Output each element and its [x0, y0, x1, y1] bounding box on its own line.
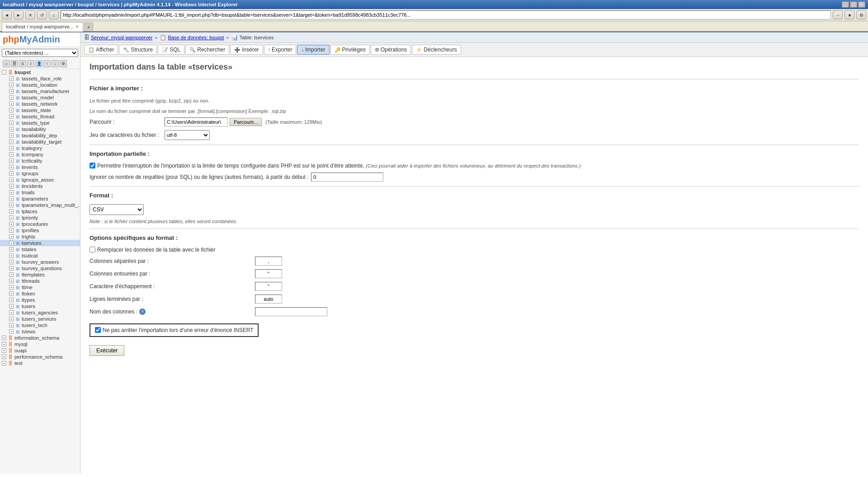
sidebar-table-tsubcat[interactable]: +⊞tsubcat: [0, 253, 80, 259]
sidebar-table-tassets-type[interactable]: +⊞tassets_type: [0, 120, 80, 126]
sidebar-table-tassets-location[interactable]: +⊞tassets_location: [0, 82, 80, 88]
maximize-btn[interactable]: □: [850, 1, 857, 8]
toolbar-inserer[interactable]: ➕ Insérer: [230, 45, 263, 55]
ignore-input[interactable]: [311, 173, 383, 182]
sidebar-table-tavailability[interactable]: +⊞tavailability: [0, 126, 80, 132]
sidebar-table-tmails[interactable]: +⊞tmails: [0, 189, 80, 196]
partial-checkbox[interactable]: [90, 163, 95, 168]
go-btn[interactable]: →: [833, 10, 843, 19]
sidebar-table-tusers[interactable]: +⊞tusers: [0, 303, 80, 309]
sidebar-table-tviews[interactable]: +⊞tviews: [0, 328, 80, 335]
col-sep-input[interactable]: [255, 257, 282, 266]
sidebar-db-test[interactable]: +🗄test: [0, 360, 80, 366]
recent-tables-dropdown[interactable]: (Tables récentes) ...: [2, 49, 78, 57]
sidebar-table-tsurvey-questions[interactable]: +⊞tsurvey_questions: [0, 265, 80, 271]
sidebar-table-tpriority[interactable]: +⊞tpriority: [0, 215, 80, 221]
format-select[interactable]: CSVCSV using LOAD DATASQL: [90, 204, 144, 215]
forward-btn[interactable]: ►: [14, 10, 24, 19]
nav-icon-sql[interactable]: S: [19, 60, 26, 67]
sidebar-table-tincidents[interactable]: +⊞tincidents: [0, 183, 80, 189]
favorites-btn[interactable]: ★: [844, 10, 854, 19]
address-input[interactable]: [61, 10, 831, 19]
sidebar-table-tavailability-dep[interactable]: +⊞tavailability_dep: [0, 132, 80, 139]
toolbar-privileges[interactable]: 🔑 Privilèges: [330, 45, 370, 55]
sidebar-table-tparameters[interactable]: +⊞tparameters: [0, 196, 80, 202]
sidebar-table-tservices[interactable]: +⊞tservices: [0, 240, 80, 246]
sidebar-table-tparameters-imap-multi----[interactable]: +⊞tparameters_imap_multi_...: [0, 202, 80, 208]
toolbar-declencheurs[interactable]: ⚡ Déclencheurs: [412, 45, 461, 55]
partial-checkbox-label[interactable]: Permettre l'interruption de l'importatio…: [90, 163, 580, 169]
back-btn[interactable]: ◄: [2, 10, 12, 19]
toolbar-operations[interactable]: ⚙ Opérations: [371, 45, 411, 55]
nav-icon-settings[interactable]: ⚙: [60, 60, 67, 67]
sidebar-table-tassets-network[interactable]: +⊞tassets_network: [0, 101, 80, 107]
insert-error-label[interactable]: Ne pas arrêter l'importation lors d'une …: [95, 327, 253, 333]
sidebar-table-tstates[interactable]: +⊞tstates: [0, 246, 80, 253]
tools-btn[interactable]: ⚙: [856, 10, 866, 19]
refresh-btn[interactable]: ↺: [37, 10, 47, 19]
sidebar-table-tusers-tech[interactable]: +⊞tusers_tech: [0, 322, 80, 328]
sidebar-table-tevents[interactable]: +⊞tevents: [0, 164, 80, 170]
nav-icon-import[interactable]: ↓: [52, 60, 59, 67]
toolbar-structure[interactable]: 🔧 Structure: [119, 45, 157, 55]
col-names-help-icon[interactable]: ?: [139, 309, 146, 315]
sidebar-table-tusers-agencies[interactable]: +⊞tusers_agencies: [0, 309, 80, 316]
replace-checkbox-label[interactable]: Remplacer les données de la table avec l…: [90, 247, 215, 253]
home-btn[interactable]: ⌂: [49, 10, 59, 19]
sidebar-table-tgroups-assoc[interactable]: +⊞tgroups_assoc: [0, 177, 80, 183]
sidebar-table-tprofiles[interactable]: +⊞tprofiles: [0, 227, 80, 234]
recent-tables-select[interactable]: (Tables récentes) ...: [2, 49, 78, 57]
sidebar-table-tassets-thread[interactable]: +⊞tassets_thread: [0, 113, 80, 120]
sidebar-table-tthreads[interactable]: +⊞tthreads: [0, 278, 80, 284]
lines-term-input[interactable]: [255, 295, 282, 304]
charset-select[interactable]: utf-8latin1utf8mb4ascii: [165, 130, 210, 140]
col-enclosed-input[interactable]: [255, 269, 282, 278]
insert-error-checkbox[interactable]: [95, 327, 101, 333]
breadcrumb-database[interactable]: Base de données: bsupst: [168, 35, 224, 40]
replace-checkbox[interactable]: [90, 247, 95, 253]
sidebar-table-trights[interactable]: +⊞trights: [0, 234, 80, 240]
execute-button[interactable]: Exécuter: [90, 345, 124, 356]
sidebar-db-performance_schema[interactable]: +🗄performance_schema: [0, 354, 80, 360]
col-names-input[interactable]: [255, 307, 327, 316]
sidebar-table-tassets-state[interactable]: +⊞tassets_state: [0, 107, 80, 113]
stop-btn[interactable]: ✕: [25, 10, 35, 19]
sidebar-table-tassets-manufacturer[interactable]: +⊞tassets_manufacturer: [0, 88, 80, 94]
sidebar-table-tcompany[interactable]: +⊞tcompany: [0, 151, 80, 158]
browse-button[interactable]: Parcourir...: [230, 118, 262, 126]
sidebar-table-tgroups[interactable]: +⊞tgroups: [0, 170, 80, 177]
file-path-input[interactable]: [165, 117, 228, 126]
tab-1[interactable]: localhost / mysql wampserve... ✕: [2, 22, 83, 32]
sidebar-table-tcriticality[interactable]: +⊞tcriticality: [0, 158, 80, 164]
sidebar-db-mysql[interactable]: +🗄mysql: [0, 341, 80, 347]
sidebar-table-tusers-services[interactable]: +⊞tusers_services: [0, 316, 80, 322]
nav-icon-home[interactable]: ⌂: [3, 60, 10, 67]
tab-new[interactable]: +: [84, 23, 93, 31]
nav-icon-status[interactable]: i: [27, 60, 34, 67]
sidebar-table-tassets-model[interactable]: +⊞tassets_model: [0, 94, 80, 101]
sidebar-table-ttoken[interactable]: +⊞ttoken: [0, 290, 80, 297]
nav-icon-users[interactable]: 👤: [35, 60, 42, 67]
nav-icon-db[interactable]: 🗄: [11, 60, 18, 67]
toolbar-sql[interactable]: 📝 SQL: [158, 45, 184, 55]
sidebar-table-tsurvey-answers[interactable]: +⊞tsurvey_answers: [0, 259, 80, 265]
sidebar-table-ttemplates[interactable]: +⊞ttemplates: [0, 271, 80, 278]
tab-1-close[interactable]: ✕: [75, 24, 79, 29]
sidebar-table-tprocedures[interactable]: +⊞tprocedures: [0, 221, 80, 227]
close-btn[interactable]: ✕: [858, 1, 865, 8]
minimize-btn[interactable]: _: [842, 1, 849, 8]
sidebar-table-tavailability-target[interactable]: +⊞tavailability_target: [0, 139, 80, 145]
col-escape-input[interactable]: [255, 282, 282, 291]
sidebar-table-tcategory[interactable]: +⊞tcategory: [0, 145, 80, 151]
toolbar-importer[interactable]: ↓ Importer: [297, 45, 329, 55]
sidebar-db-bsupst[interactable]: -🗄bsupst: [0, 69, 80, 75]
sidebar-db-ouapi[interactable]: +🗄ouapi: [0, 347, 80, 354]
sidebar-table-tassets-iface-role[interactable]: +⊞tassets_iface_role: [0, 75, 80, 82]
toolbar-afficher[interactable]: 📋 Afficher: [84, 45, 118, 55]
toolbar-rechercher[interactable]: 🔍 Rechercher: [185, 45, 229, 55]
sidebar-table-tplaces[interactable]: +⊞tplaces: [0, 208, 80, 215]
sidebar-table-ttypes[interactable]: +⊞ttypes: [0, 297, 80, 303]
sidebar-table-ttime[interactable]: +⊞ttime: [0, 284, 80, 290]
sidebar-db-information_schema[interactable]: +🗄information_schema: [0, 335, 80, 341]
nav-icon-export[interactable]: ↑: [43, 60, 51, 67]
